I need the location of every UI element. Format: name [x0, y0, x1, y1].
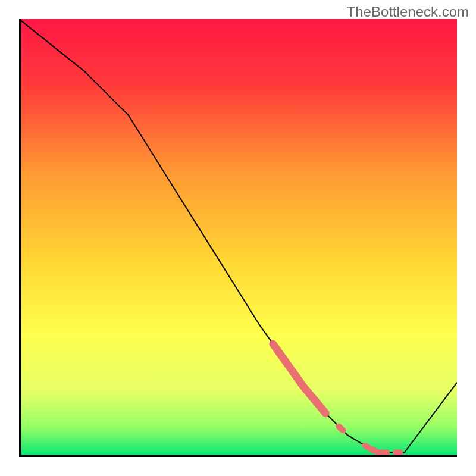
svg-rect-0 — [19, 19, 457, 457]
plot-area — [19, 19, 457, 457]
watermark-text: TheBottleneck.com — [347, 4, 469, 20]
chart-container: TheBottleneck.com — [0, 0, 476, 476]
chart-svg — [19, 19, 457, 457]
